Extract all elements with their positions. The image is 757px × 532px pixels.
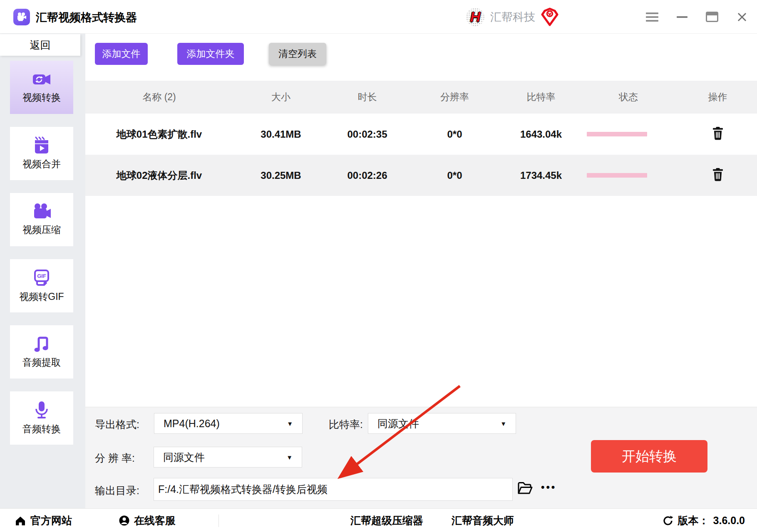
table-row: 地球02液体分层.flv 30.25MB 00:02:26 0*0 1734.4… (85, 155, 757, 196)
column-header-bitrate: 比特率 (504, 91, 578, 104)
video-to-gif-icon: GIF (32, 268, 51, 287)
audio-extract-icon (32, 335, 51, 353)
sidebar-item-video-compress[interactable]: 视频压缩 (10, 193, 73, 246)
vip-badge-icon (541, 7, 558, 27)
movie-camera-icon (16, 12, 27, 22)
table-row: 地球01色素扩散.flv 30.41MB 00:02:35 0*0 1643.0… (85, 114, 757, 155)
add-folder-button[interactable]: 添加文件夹 (177, 43, 244, 65)
resolution-label: 分 辨 率: (95, 451, 135, 465)
file-name: 地球01色素扩散.flv (85, 128, 233, 141)
close-button[interactable] (727, 0, 757, 34)
sidebar-item-audio-convert[interactable]: 音频转换 (10, 391, 73, 445)
bitrate-value: 同源文件 (377, 417, 419, 431)
svg-text:GIF: GIF (37, 273, 46, 279)
browse-folder-button[interactable] (517, 481, 533, 497)
super-compressor-label: 汇帮超级压缩器 (350, 514, 423, 527)
file-resolution: 0*0 (406, 129, 504, 140)
back-button[interactable]: 返回 (0, 34, 80, 56)
file-bitrate: 1643.04k (504, 129, 578, 140)
video-merge-icon (32, 136, 51, 155)
file-table: 名称 (2) 大小 时长 分辨率 比特率 状态 操作 地球01色素扩散.flv … (85, 81, 757, 196)
video-convert-icon (32, 71, 51, 88)
settings-panel: 导出格式: MP4(H.264) ▼ 比特率: 同源文件 ▼ 分 辨 率: 同源… (85, 407, 757, 508)
column-header-action: 操作 (678, 91, 757, 104)
open-folder-icon (517, 481, 533, 495)
window-controls (637, 0, 757, 34)
sidebar-item-video-convert[interactable]: 视频转换 (10, 61, 73, 114)
audio-master-label: 汇帮音频大师 (452, 514, 514, 527)
official-site-label: 官方网站 (30, 514, 72, 527)
add-file-button[interactable]: 添加文件 (95, 43, 148, 65)
file-duration: 00:02:35 (329, 129, 406, 140)
main-content: 添加文件 添加文件夹 清空列表 名称 (2) 大小 时长 分辨率 比特率 状态 … (85, 34, 757, 508)
sidebar-item-audio-extract[interactable]: 音频提取 (10, 325, 73, 379)
column-header-status: 状态 (578, 91, 678, 104)
sidebar-item-label: 音频提取 (22, 356, 61, 369)
file-name: 地球02液体分层.flv (85, 169, 233, 182)
chevron-down-icon: ▼ (500, 420, 506, 427)
bitrate-dropdown[interactable]: 同源文件 ▼ (368, 413, 516, 434)
minimize-icon (677, 16, 688, 18)
maximize-icon (706, 12, 718, 22)
hamburger-icon (646, 10, 658, 24)
file-size: 30.41MB (233, 129, 329, 140)
column-header-resolution: 分辨率 (406, 91, 504, 104)
app-title: 汇帮视频格式转换器 (36, 10, 137, 25)
action-cell (678, 125, 757, 143)
brand-name: 汇帮科技 (490, 10, 535, 25)
file-bitrate: 1734.45k (504, 170, 578, 181)
column-header-size: 大小 (233, 91, 329, 104)
trash-icon (712, 168, 724, 181)
super-compressor-link[interactable]: 汇帮超级压缩器 (350, 509, 423, 532)
sidebar-item-label: 视频压缩 (22, 223, 61, 236)
footer-divider (218, 515, 219, 527)
sidebar-item-label: 视频合并 (22, 158, 61, 171)
online-support-label: 在线客服 (134, 514, 176, 527)
trash-icon (712, 127, 724, 140)
app-logo-icon (13, 9, 30, 25)
version-value: 3.6.0.0 (713, 515, 745, 527)
sidebar-item-video-to-gif[interactable]: GIF 视频转GIF (10, 259, 73, 312)
sidebar: 返回 视频转换 (0, 34, 85, 532)
more-options-button[interactable]: ••• (541, 481, 556, 493)
sidebar-item-label: 视频转GIF (19, 290, 64, 303)
minimize-button[interactable] (667, 0, 697, 34)
sidebar-item-label: 音频转换 (22, 423, 61, 435)
output-dir-value: F:/4.汇帮视频格式转换器/转换后视频 (158, 483, 328, 496)
progress-bar (587, 132, 647, 136)
toolbar: 添加文件 添加文件夹 清空列表 (85, 43, 326, 65)
export-format-dropdown[interactable]: MP4(H.264) ▼ (154, 413, 303, 434)
footer-bar: 官方网站 在线客服 汇帮超级压缩器 汇帮音频大师 版本： 3.6.0.0 (0, 508, 757, 532)
output-dir-label: 输出目录: (95, 484, 139, 497)
delete-file-button[interactable] (710, 166, 725, 184)
file-duration: 00:02:26 (329, 170, 406, 181)
file-size: 30.25MB (233, 170, 329, 181)
status-cell (578, 173, 678, 178)
clear-list-button[interactable]: 清空列表 (269, 43, 326, 65)
app-window: 汇帮视频格式转换器 H 汇帮科技 返回 (0, 0, 757, 532)
person-icon (119, 515, 130, 526)
export-format-value: MP4(H.264) (164, 418, 220, 430)
status-cell (578, 132, 678, 136)
audio-master-link[interactable]: 汇帮音频大师 (452, 509, 514, 532)
home-icon (15, 515, 26, 526)
action-cell (678, 166, 757, 184)
title-bar: 汇帮视频格式转换器 H 汇帮科技 (0, 0, 757, 34)
video-compress-icon (32, 203, 52, 220)
resolution-value: 同源文件 (163, 450, 205, 464)
resolution-dropdown[interactable]: 同源文件 ▼ (154, 447, 302, 468)
delete-file-button[interactable] (710, 125, 725, 143)
output-dir-field[interactable]: F:/4.汇帮视频格式转换器/转换后视频 (154, 478, 513, 501)
official-site-link[interactable]: 官方网站 (15, 509, 72, 532)
sidebar-item-video-merge[interactable]: 视频合并 (10, 127, 73, 180)
brand-area: H 汇帮科技 (466, 0, 558, 34)
menu-button[interactable] (637, 0, 667, 34)
progress-bar (587, 173, 647, 178)
column-header-name: 名称 (2) (85, 91, 233, 104)
online-support-link[interactable]: 在线客服 (119, 509, 176, 532)
bitrate-label: 比特率: (329, 418, 363, 431)
maximize-button[interactable] (697, 0, 727, 34)
close-icon (736, 11, 748, 23)
chevron-down-icon: ▼ (287, 420, 293, 427)
start-convert-button[interactable]: 开始转换 (591, 440, 707, 473)
